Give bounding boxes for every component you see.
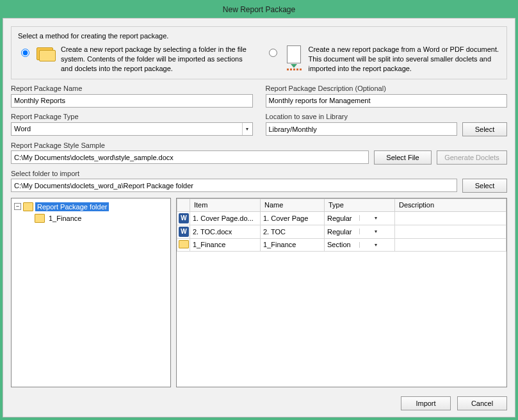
col-desc[interactable]: Description	[395, 198, 506, 211]
chevron-down-icon[interactable]: ▾	[242, 123, 252, 135]
name-label: Report Package Name	[11, 85, 253, 92]
cell-name[interactable]: 2. TOC	[261, 225, 325, 238]
method-panel: Select a method for creating the report …	[11, 26, 507, 79]
cell-desc[interactable]	[395, 211, 506, 225]
type-combo[interactable]: Word ▾	[11, 122, 253, 136]
cell-item[interactable]: 1. Cover Page.do...	[190, 211, 261, 225]
method-label: Select a method for creating the report …	[18, 32, 500, 40]
location-select-button[interactable]: Select	[462, 122, 507, 136]
method-text-document: Create a new report package from a Word …	[309, 44, 501, 74]
doclet-grid[interactable]: Item Name Type Description W1. Cover Pag…	[176, 198, 507, 387]
word-icon: W	[179, 227, 189, 237]
cell-desc[interactable]	[395, 238, 506, 251]
method-radio-folder[interactable]	[21, 49, 29, 57]
style-input[interactable]	[11, 150, 369, 164]
select-file-button[interactable]: Select File	[374, 150, 432, 165]
method-text-folder: Create a new report package by selecting…	[61, 44, 253, 74]
method-radio-document[interactable]	[269, 49, 277, 57]
cancel-button[interactable]: Cancel	[457, 396, 507, 410]
chevron-down-icon[interactable]: ▾	[359, 229, 392, 234]
cell-name[interactable]: 1. Cover Page	[261, 211, 325, 225]
col-icon	[177, 198, 190, 211]
folder-icon	[179, 240, 189, 248]
folder-icon	[35, 44, 57, 65]
import-folder-select-button[interactable]: Select	[462, 179, 507, 193]
window-title: New Report Package	[3, 3, 515, 18]
cell-item[interactable]: 1_Finance	[190, 238, 261, 251]
name-input[interactable]	[11, 94, 253, 108]
cell-type[interactable]: Regular▾	[325, 211, 395, 225]
tree-collapse-icon[interactable]: −	[14, 203, 21, 210]
tree-child-row[interactable]: 1_Finance	[14, 213, 168, 224]
col-type[interactable]: Type	[325, 198, 395, 211]
word-icon: W	[179, 213, 189, 223]
type-label: Report Package Type	[11, 113, 253, 120]
cell-type[interactable]: Section▾	[325, 238, 395, 251]
generate-doclets-button: Generate Doclets	[437, 150, 507, 165]
desc-label: Report Package Description (Optional)	[266, 85, 508, 92]
location-input[interactable]	[266, 122, 458, 136]
chevron-down-icon[interactable]: ▾	[359, 242, 392, 248]
folder-icon	[23, 202, 33, 211]
folder-tree[interactable]: − Report Package folder 1_Finance	[11, 198, 171, 387]
import-folder-input[interactable]	[11, 179, 457, 192]
location-label: Location to save in Library	[266, 113, 508, 120]
method-option-document[interactable]: Create a new report package from a Word …	[266, 44, 501, 74]
table-row[interactable]: W2. TOC.docx2. TOCRegular▾	[177, 225, 506, 238]
document-split-icon	[283, 44, 305, 65]
import-button[interactable]: Import	[401, 396, 451, 410]
import-folder-label: Select folder to import	[11, 170, 507, 177]
cell-item[interactable]: 2. TOC.docx	[190, 225, 261, 238]
desc-input[interactable]	[266, 94, 508, 108]
method-option-folder[interactable]: Create a new report package by selecting…	[18, 44, 253, 74]
table-row[interactable]: 1_Finance1_FinanceSection▾	[177, 238, 506, 251]
tree-root-row[interactable]: − Report Package folder	[14, 201, 168, 213]
cell-desc[interactable]	[395, 225, 506, 238]
style-label: Report Package Style Sample	[11, 141, 507, 149]
cell-type[interactable]: Regular▾	[325, 225, 395, 238]
col-item[interactable]: Item	[190, 198, 261, 211]
table-row[interactable]: W1. Cover Page.do...1. Cover PageRegular…	[177, 211, 506, 225]
tree-root-label[interactable]: Report Package folder	[35, 202, 109, 211]
folder-icon	[35, 214, 45, 223]
chevron-down-icon[interactable]: ▾	[359, 215, 392, 221]
tree-child-label[interactable]: 1_Finance	[47, 214, 83, 223]
cell-name[interactable]: 1_Finance	[261, 238, 325, 251]
type-value: Word	[12, 125, 242, 133]
col-name[interactable]: Name	[261, 198, 325, 211]
